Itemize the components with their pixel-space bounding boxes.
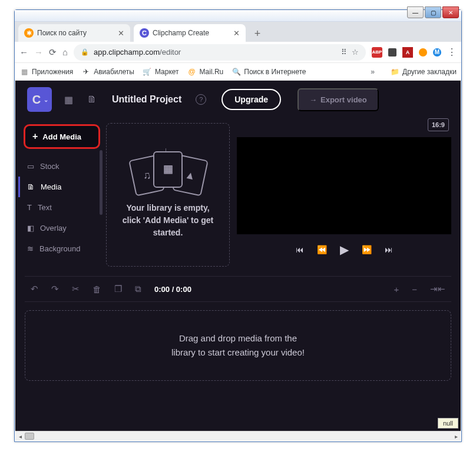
favicon-icon: C	[140, 28, 149, 38]
sidebar: + Add Media ▭Stock 🗎Media TText ◧Overlay…	[15, 118, 104, 271]
scrollbar-thumb[interactable]	[25, 433, 34, 440]
new-tab-button[interactable]: +	[249, 25, 266, 42]
favicon-icon: ✱	[24, 28, 34, 38]
extension-icon[interactable]	[419, 48, 427, 57]
forward-icon[interactable]: →	[34, 47, 43, 57]
playback-controls: ⏮ ⏪ ▶ ⏩ ⏭	[237, 243, 451, 257]
help-icon[interactable]: ?	[196, 94, 206, 105]
add-media-button[interactable]: + Add Media	[24, 124, 100, 149]
skip-end-icon[interactable]: ⏭	[385, 245, 393, 254]
empty-library-illustration: ↓ ♫ ▦ ▲	[130, 151, 206, 192]
fit-icon[interactable]: ⇥⇤	[430, 284, 445, 294]
profile-avatar-icon[interactable]: M	[433, 48, 441, 57]
app-logo[interactable]: C⌄	[27, 87, 52, 112]
video-preview[interactable]	[237, 137, 451, 234]
scroll-left-arrow-icon[interactable]: ◂	[15, 431, 25, 441]
address-bar[interactable]: 🔒 app.clipchamp.com/editor ⠿ ☆	[74, 44, 366, 61]
project-title[interactable]: Untitled Project	[112, 94, 181, 105]
zoom-in-icon[interactable]: +	[394, 284, 399, 294]
window-maximize-button[interactable]: ▢	[425, 6, 441, 18]
tab-close-icon[interactable]: ✕	[118, 29, 124, 38]
sidebar-item-stock[interactable]: ▭Stock	[24, 156, 100, 177]
lock-icon: 🔒	[81, 48, 89, 56]
upgrade-button[interactable]: Upgrade	[222, 89, 281, 110]
document-icon[interactable]: 🗎	[85, 94, 99, 105]
bookmark-star-icon[interactable]: ☆	[352, 48, 359, 57]
null-tooltip: null	[438, 418, 458, 429]
bookmark-item[interactable]: 🛒Маркет	[143, 67, 179, 77]
bookmarks-overflow[interactable]: »	[371, 68, 375, 76]
rewind-icon[interactable]: ⏪	[317, 245, 327, 254]
apps-icon: ▦	[19, 67, 29, 77]
back-icon[interactable]: ←	[19, 47, 28, 57]
sidebar-item-overlay[interactable]: ◧Overlay	[24, 218, 100, 238]
bookmark-item[interactable]: 🔍Поиск в Интернете	[232, 67, 306, 77]
app-header: C⌄ ▦ 🗎 Untitled Project ? Upgrade →Expor…	[15, 81, 461, 118]
tab-close-icon[interactable]: ✕	[233, 29, 240, 38]
stock-icon: ▭	[27, 162, 34, 171]
play-icon[interactable]: ▶	[340, 243, 349, 257]
library-panel[interactable]: ↓ ♫ ▦ ▲ Your library is empty, click 'Ad…	[106, 123, 230, 267]
sidebar-item-background[interactable]: ≋Background	[24, 238, 100, 259]
trash-icon[interactable]: 🗑	[92, 284, 101, 294]
text-icon: T	[27, 203, 32, 212]
plus-icon: +	[32, 131, 38, 142]
extension-pdf-icon[interactable]: A	[402, 47, 413, 58]
video-card-icon: ▦	[153, 151, 183, 188]
window-minimize-button[interactable]: —	[407, 6, 424, 18]
redo-icon[interactable]: ↷	[51, 284, 59, 294]
search-icon: 🔍	[232, 67, 241, 77]
aspect-ratio-badge[interactable]: 16:9	[428, 118, 449, 131]
timecode: 0:00 / 0:00	[154, 285, 191, 294]
browser-tab[interactable]: ✱ Поиск по сайту ✕	[18, 24, 130, 42]
fast-forward-icon[interactable]: ⏩	[362, 245, 372, 254]
scroll-right-arrow-icon[interactable]: ▸	[451, 431, 461, 441]
film-icon[interactable]: ▦	[61, 94, 75, 105]
window-frame: — ▢ ✕ ✱ Поиск по сайту ✕ C Clipchamp Cre…	[14, 9, 462, 442]
sidebar-item-text[interactable]: TText	[24, 197, 100, 218]
export-video-button[interactable]: →Export video	[298, 88, 379, 111]
library-empty-text: Your library is empty, click 'Add Media'…	[123, 202, 213, 239]
url-host: app.clipchamp.com	[94, 48, 160, 57]
tab-title: Поиск по сайту	[37, 29, 87, 37]
translate-icon[interactable]: ⠿	[341, 48, 347, 57]
media-icon: 🗎	[27, 182, 35, 191]
zoom-out-icon[interactable]: −	[412, 284, 417, 294]
browser-toolbar: ← → ⟳ ⌂ 🔒 app.clipchamp.com/editor ⠿ ☆ A…	[15, 42, 461, 63]
at-icon: @	[187, 67, 197, 77]
bookmark-apps[interactable]: ▦Приложения	[19, 67, 73, 77]
layers-icon: ≋	[27, 244, 34, 253]
window-titlebar[interactable]: — ▢ ✕	[15, 10, 461, 22]
chrome-menu-icon[interactable]: ⋮	[447, 47, 457, 58]
home-icon[interactable]: ⌂	[62, 47, 68, 57]
sidebar-item-media[interactable]: 🗎Media	[18, 177, 100, 197]
skip-start-icon[interactable]: ⏮	[296, 245, 304, 254]
extension-abp-icon[interactable]: ABP	[372, 47, 382, 58]
timeline-dropzone[interactable]: Drag and drop media from the library to …	[25, 310, 451, 381]
window-close-button[interactable]: ✕	[442, 6, 459, 18]
bookmark-item[interactable]: @Mail.Ru	[187, 67, 224, 77]
copy-icon[interactable]: ❐	[114, 284, 122, 294]
bookmark-item[interactable]: ✈Авиабилеты	[81, 67, 134, 77]
horizontal-scrollbar[interactable]: ◂ ▸	[15, 431, 461, 441]
url-path: /editor	[160, 48, 181, 57]
scissors-icon[interactable]: ✂	[72, 284, 80, 294]
browser-tab[interactable]: C Clipchamp Create ✕	[134, 24, 246, 42]
bookmarks-bar: ▦Приложения ✈Авиабилеты 🛒Маркет @Mail.Ru…	[15, 63, 461, 81]
browser-tabstrip: ✱ Поиск по сайту ✕ C Clipchamp Create ✕ …	[15, 22, 461, 42]
plane-icon: ✈	[81, 67, 91, 77]
overlay-icon: ◧	[27, 224, 34, 233]
reload-icon[interactable]: ⟳	[49, 47, 57, 58]
folder-icon: 📁	[390, 67, 399, 77]
undo-icon[interactable]: ↶	[31, 284, 38, 294]
extension-icon[interactable]	[388, 48, 396, 57]
cart-icon: 🛒	[143, 67, 152, 77]
timeline-toolbar: ↶ ↷ ✂ 🗑 ❐ ⧉ 0:00 / 0:00 + − ⇥⇤	[25, 276, 451, 302]
other-bookmarks[interactable]: 📁Другие закладки	[390, 67, 457, 77]
chevron-down-icon: ⌄	[44, 97, 48, 103]
preview-panel: 16:9 ⏮ ⏪ ▶ ⏩ ⏭	[237, 118, 451, 271]
sidebar-scrollbar[interactable]	[100, 150, 103, 215]
duplicate-icon[interactable]: ⧉	[135, 284, 141, 294]
export-arrow-icon: →	[309, 95, 317, 104]
tab-title: Clipchamp Create	[153, 29, 209, 37]
